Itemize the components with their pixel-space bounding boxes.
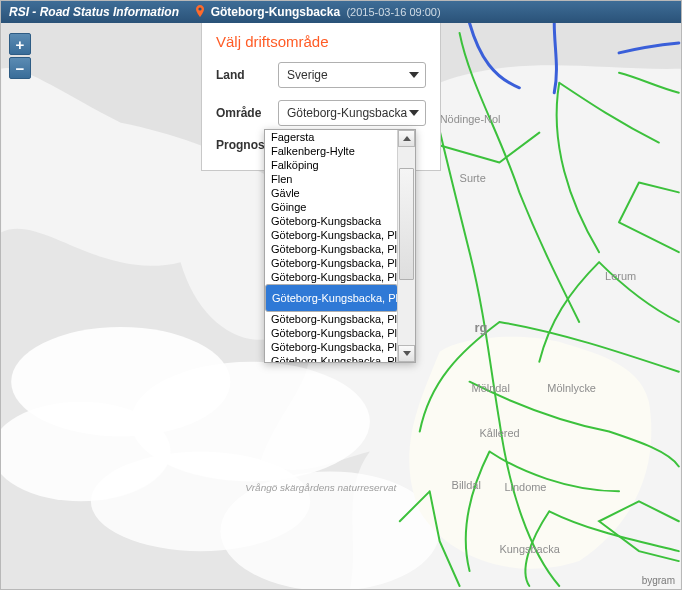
map-attribution: bygram: [642, 575, 675, 586]
region-label: Område: [216, 106, 278, 120]
scroll-down-arrow-icon[interactable]: [398, 345, 415, 362]
region-option[interactable]: Flen: [265, 172, 398, 186]
land-select-value: Sverige: [287, 68, 328, 82]
map-label-surte: Surte: [460, 172, 486, 184]
svg-text:rg: rg: [475, 320, 488, 335]
map-label-lerum: Lerum: [605, 270, 636, 282]
svg-point-0: [199, 7, 202, 10]
region-option[interactable]: Göteborg-Kungsbacka, Plogrutt 01: [265, 242, 398, 256]
zoom-in-button[interactable]: +: [9, 33, 31, 55]
map-label-billdal: Billdal: [452, 479, 481, 491]
current-timestamp: (2015-03-16 09:00): [346, 6, 440, 18]
location-pin-icon: [196, 5, 204, 17]
panel-heading: Välj driftsområde: [216, 33, 426, 50]
region-select-value: Göteborg-Kungsbacka: [287, 106, 407, 120]
region-option[interactable]: Falköping: [265, 158, 398, 172]
current-area-name: Göteborg-Kungsbacka: [211, 5, 340, 19]
map-label-vrango: Vrångö skärgårdens naturreservat: [245, 482, 397, 493]
region-option[interactable]: Göteborg-Kungsbacka, Plogrutt 08: [265, 354, 398, 362]
zoom-control: + −: [9, 33, 31, 81]
region-option[interactable]: Göteborg-Kungsbacka, Plogrutt 04: [265, 284, 398, 312]
scroll-thumb[interactable]: [399, 168, 414, 280]
region-option[interactable]: Göteborg-Kungsbacka: [265, 214, 398, 228]
region-option[interactable]: Göteborg-Kungsbacka, Plogrutt 02: [265, 256, 398, 270]
chevron-down-icon: [409, 110, 419, 116]
map-label-lindome: Lindome: [504, 481, 546, 493]
top-bar: RSI - Road Status Information Göteborg-K…: [1, 1, 681, 23]
region-dropdown-list[interactable]: FagerstaFalkenberg-HylteFalköpingFlenGäv…: [264, 129, 416, 363]
map-label-nodinge: Nödinge-Nol: [440, 113, 501, 125]
land-label: Land: [216, 68, 278, 82]
app-title: RSI - Road Status Information: [9, 5, 179, 19]
region-option[interactable]: Göteborg-Kungsbacka, Plogrutt 05: [265, 312, 398, 326]
scroll-up-arrow-icon[interactable]: [398, 130, 415, 147]
chevron-down-icon: [409, 72, 419, 78]
region-option[interactable]: Göteborg-Kungsbacka, Plogrutt 07: [265, 340, 398, 354]
region-option[interactable]: Falkenberg-Hylte: [265, 144, 398, 158]
dropdown-scrollbar[interactable]: [397, 130, 415, 362]
region-option[interactable]: Göinge: [265, 200, 398, 214]
map-label-kungsbacka: Kungsbacka: [499, 543, 560, 555]
map-label-kallered: Kållered: [480, 427, 520, 439]
region-option[interactable]: Göteborg-Kungsbacka, Plogrutt 03: [265, 270, 398, 284]
map-label-molnlycke: Mölnlycke: [547, 382, 596, 394]
map-label-molndal: Mölndal: [472, 382, 510, 394]
region-select[interactable]: Göteborg-Kungsbacka: [278, 100, 426, 126]
region-option[interactable]: Göteborg-Kungsbacka, Plogrutt 00: [265, 228, 398, 242]
zoom-out-button[interactable]: −: [9, 57, 31, 79]
land-select[interactable]: Sverige: [278, 62, 426, 88]
region-option[interactable]: Gävle: [265, 186, 398, 200]
region-option[interactable]: Fagersta: [265, 130, 398, 144]
region-option[interactable]: Göteborg-Kungsbacka, Plogrutt 06: [265, 326, 398, 340]
